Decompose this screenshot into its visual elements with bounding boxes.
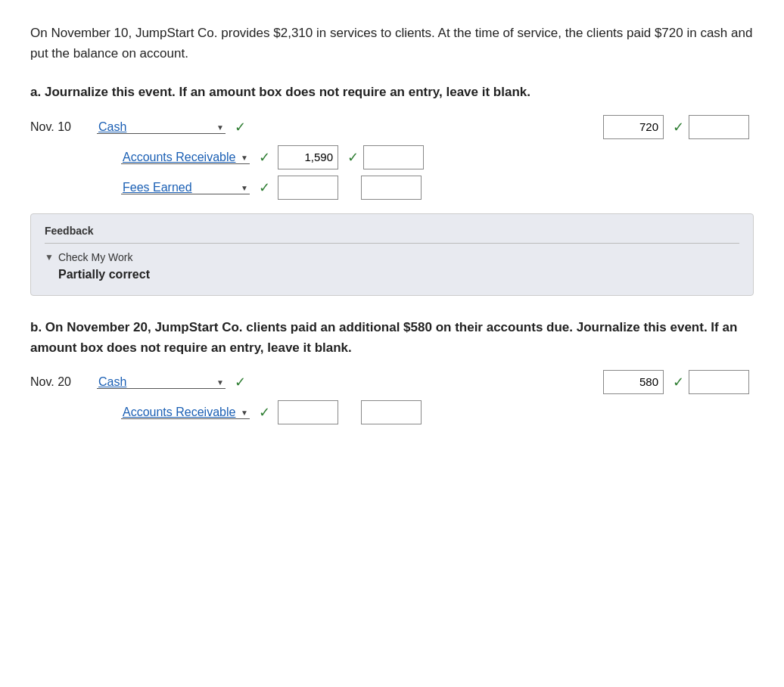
part-a-journal: Nov. 10 Cash Accounts Receivable Fees Ea… [30, 115, 754, 200]
check-my-work-row: ▼ Check My Work [45, 251, 739, 263]
check-icon-1: ✓ [235, 119, 246, 135]
debit-box-2[interactable] [278, 145, 338, 169]
debit-box-b1[interactable] [603, 370, 664, 394]
credit-box-b2[interactable] [361, 400, 422, 424]
journal-row-b1: Nov. 20 Cash Accounts Receivable Fees Ea… [30, 370, 754, 394]
account-select-2[interactable]: Accounts Receivable Cash Fees Earned [121, 151, 250, 164]
part-b-instruction: On November 20, JumpStart Co. clients pa… [30, 320, 737, 355]
account-select-b2[interactable]: Accounts Receivable Cash Fees Earned [121, 406, 250, 419]
journal-row-3: Fees Earned Cash Accounts Receivable ▼ ✓ [30, 176, 754, 200]
account-select-3[interactable]: Fees Earned Cash Accounts Receivable [121, 181, 250, 194]
date-nov10: Nov. 10 [30, 120, 91, 134]
journal-row-2: Accounts Receivable Cash Fees Earned ▼ ✓… [30, 145, 754, 169]
account-select-1[interactable]: Cash Accounts Receivable Fees Earned [97, 120, 226, 134]
part-a-instruction: Journalize this event. If an amount box … [45, 85, 530, 99]
check-icon-debit-2: ✓ [347, 149, 359, 166]
credit-box-1[interactable] [689, 115, 749, 139]
feedback-box: Feedback ▼ Check My Work Partially corre… [30, 213, 754, 296]
account-select-wrapper-b1: Cash Accounts Receivable Fees Earned ▼ [97, 375, 226, 389]
check-icon-debit-b1: ✓ [673, 374, 684, 390]
debit-box-3[interactable] [278, 176, 338, 200]
part-b-letter: b. [30, 320, 42, 334]
credit-box-3[interactable] [361, 176, 422, 200]
account-select-b1[interactable]: Cash Accounts Receivable Fees Earned [97, 375, 226, 389]
part-a-letter: a. [30, 85, 41, 99]
triangle-icon: ▼ [45, 252, 54, 263]
check-icon-2: ✓ [259, 149, 270, 166]
check-icon-b2: ✓ [259, 404, 270, 421]
account-select-wrapper-b2: Accounts Receivable Cash Fees Earned ▼ [121, 406, 250, 419]
credit-box-2[interactable] [363, 145, 424, 169]
check-icon-debit-1: ✓ [673, 119, 684, 135]
debit-box-b2[interactable] [278, 400, 338, 424]
part-a-label: a. Journalize this event. If an amount b… [30, 82, 754, 102]
check-icon-b1: ✓ [235, 374, 246, 390]
feedback-title: Feedback [45, 225, 739, 244]
debit-box-1[interactable] [603, 115, 664, 139]
account-select-wrapper-3: Fees Earned Cash Accounts Receivable ▼ [121, 181, 250, 194]
part-b-label: b. On November 20, JumpStart Co. clients… [30, 317, 754, 358]
journal-row-1: Nov. 10 Cash Accounts Receivable Fees Ea… [30, 115, 754, 139]
result-text: Partially correct [58, 268, 739, 281]
journal-row-b2: Accounts Receivable Cash Fees Earned ▼ ✓ [30, 400, 754, 424]
check-icon-3: ✓ [259, 179, 270, 196]
credit-box-b1[interactable] [689, 370, 749, 394]
check-my-work-label: Check My Work [58, 251, 133, 263]
part-b-journal: Nov. 20 Cash Accounts Receivable Fees Ea… [30, 370, 754, 424]
account-select-wrapper-1: Cash Accounts Receivable Fees Earned ▼ [97, 120, 226, 134]
date-nov20: Nov. 20 [30, 375, 91, 389]
problem-intro: On November 10, JumpStart Co. provides $… [30, 23, 754, 64]
account-select-wrapper-2: Accounts Receivable Cash Fees Earned ▼ [121, 151, 250, 164]
